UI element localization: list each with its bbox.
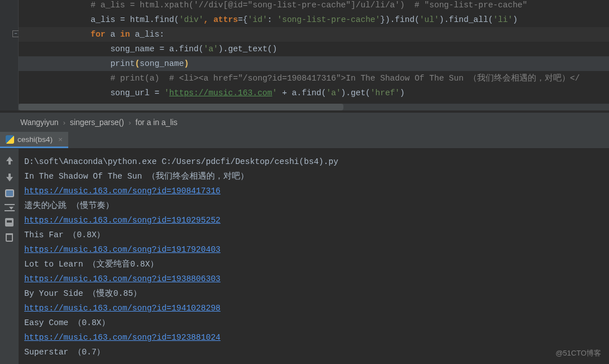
run-tab-bar: ceshi(bs4) × [0, 132, 609, 149]
code-line[interactable]: for a in a_lis: [19, 27, 609, 42]
run-tab-active[interactable]: ceshi(bs4) × [0, 132, 68, 148]
console-line: https://music.163.com/song?id=1910295252 [24, 213, 609, 228]
console-line: https://music.163.com/song?id=1941028298 [24, 301, 609, 316]
chevron-right-icon: › [59, 118, 70, 127]
editor-gutter: − [0, 0, 19, 110]
close-icon[interactable]: × [56, 135, 63, 144]
soft-wrap-icon[interactable] [5, 189, 14, 197]
clear-all-icon[interactable] [6, 233, 13, 242]
console-line: https://music.163.com/song?id=1938806303 [24, 272, 609, 286]
code-editor[interactable]: − # a_lis = html.xpath('//div[@id="song-… [0, 0, 609, 110]
print-icon[interactable] [5, 218, 14, 227]
console-line: By Your Side （慢改0.85） [24, 286, 609, 301]
console-line: https://music.163.com/song?id=1923881024 [24, 330, 609, 345]
breadcrumb-item[interactable]: singers_parse() [70, 118, 124, 127]
code-line[interactable]: # print(a) # <li><a href="/song?id=19084… [19, 71, 609, 86]
code-line[interactable]: print(song_name) [19, 56, 609, 71]
breadcrumb-item[interactable]: for a in a_lis [135, 118, 177, 127]
code-line[interactable]: song_url = 'https://music.163.com' + a.f… [19, 86, 609, 100]
scroll-to-end-icon[interactable] [5, 204, 15, 211]
console-output[interactable]: D:\soft\Anaconda\python.exe C:/Users/pdc… [19, 149, 609, 364]
chevron-right-icon: › [124, 118, 135, 127]
next-trace-icon[interactable] [5, 172, 15, 183]
console-line: 遗失的心跳 （慢节奏） [24, 198, 609, 213]
console-line: In The Shadow Of The Sun （我们终会相遇的，对吧） [24, 169, 609, 184]
run-tab-label: ceshi(bs4) [17, 135, 52, 144]
breadcrumb: Wangyiyun › singers_parse() › for a in a… [0, 113, 609, 132]
console-line: Easy Come （0.8X） [24, 316, 609, 330]
console-line: This Far （0.8X） [24, 228, 609, 242]
console-link[interactable]: https://music.163.com/song?id=1917920403 [24, 245, 220, 254]
console-link[interactable]: https://music.163.com/song?id=1941028298 [24, 304, 220, 313]
python-file-icon [6, 135, 14, 144]
console-link[interactable]: https://music.163.com/song?id=1938806303 [24, 274, 220, 283]
prev-trace-icon[interactable] [5, 156, 15, 166]
console-line: Lot to Learn （文爱纯音0.8X） [24, 257, 609, 272]
breadcrumb-item[interactable]: Wangyiyun [20, 118, 59, 127]
console-link[interactable]: https://music.163.com/song?id=1908417316 [24, 187, 220, 196]
console-link[interactable]: https://music.163.com/song?id=1923881024 [24, 333, 220, 342]
console-link[interactable]: https://music.163.com/song?id=1910295252 [24, 216, 220, 225]
scrollbar-thumb[interactable] [19, 104, 343, 110]
code-line[interactable]: song_name = a.find('a').get_text() [19, 42, 609, 56]
code-content[interactable]: # a_lis = html.xpath('//div[@id="song-li… [19, 0, 609, 110]
console-line: https://music.163.com/song?id=1917920403 [24, 242, 609, 257]
console-line: D:\soft\Anaconda\python.exe C:/Users/pdc… [24, 154, 609, 169]
code-line[interactable]: a_lis = html.find('div', attrs={'id': 's… [19, 12, 609, 27]
console-line: Superstar （0.7） [24, 345, 609, 359]
watermark: @51CTO博客 [555, 348, 601, 358]
console-toolbar [0, 149, 19, 364]
console-line: https://music.163.com/song?id=1908417316 [24, 184, 609, 198]
editor-horizontal-scrollbar[interactable] [19, 104, 609, 110]
code-line[interactable]: # a_lis = html.xpath('//div[@id="song-li… [19, 0, 609, 12]
